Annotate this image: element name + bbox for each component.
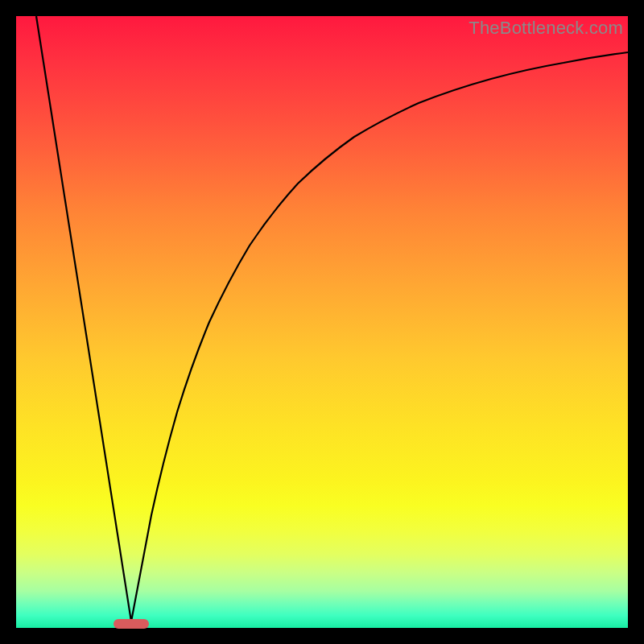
plot-area: TheBottleneck.com	[16, 16, 628, 628]
chart-frame: TheBottleneck.com	[0, 0, 644, 644]
left-line	[36, 16, 131, 621]
right-curve	[131, 52, 628, 621]
curve-layer	[16, 16, 628, 628]
bottleneck-marker	[114, 619, 149, 629]
